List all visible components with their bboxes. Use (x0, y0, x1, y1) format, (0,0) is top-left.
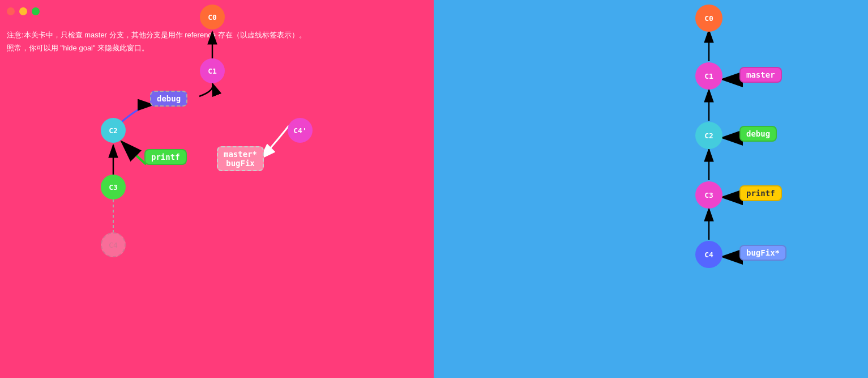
node-c2-left: C2 (101, 118, 126, 143)
label-printf-left: printf (144, 149, 187, 165)
notice-line1: 注意:本关卡中，只检查 master 分支，其他分支是用作 reference … (7, 28, 306, 41)
node-c3-right: C3 (695, 181, 722, 209)
node-c4-right: C4 (695, 241, 722, 268)
node-c0-left: C0 (200, 5, 225, 29)
notice-text: 注意:本关卡中，只检查 master 分支，其他分支是用作 reference … (7, 28, 306, 55)
label-master-bugfix-left: master*bugFix (217, 146, 264, 171)
node-c4prime-left: C4' (288, 118, 313, 143)
left-graph-svg (0, 0, 434, 378)
node-c2-right: C2 (695, 122, 722, 149)
label-debug-right: debug (739, 126, 777, 142)
node-c1-left: C1 (200, 58, 225, 83)
node-c0-right: C0 (695, 5, 722, 32)
label-printf-right: printf (739, 185, 782, 201)
label-bugfix-right: bugFix* (739, 245, 786, 261)
right-graph-svg (434, 0, 868, 378)
node-c4-ghost-left: C4 (101, 232, 126, 257)
left-panel: 示 注意:本关卡中，只检查 master 分支，其他分支是用作 referenc… (0, 0, 434, 378)
label-master-right: master (739, 67, 782, 83)
label-debug-left: debug (150, 91, 187, 107)
dashed-line-c3-c4 (101, 199, 126, 235)
node-c3-left: C3 (101, 175, 126, 199)
node-c1-right: C1 (695, 62, 722, 90)
right-panel: C0 C1 master C2 debug C3 printf C4 bugFi… (434, 0, 868, 378)
notice-line2: 照常，你可以用 "hide goal" 来隐藏此窗口。 (7, 41, 306, 54)
